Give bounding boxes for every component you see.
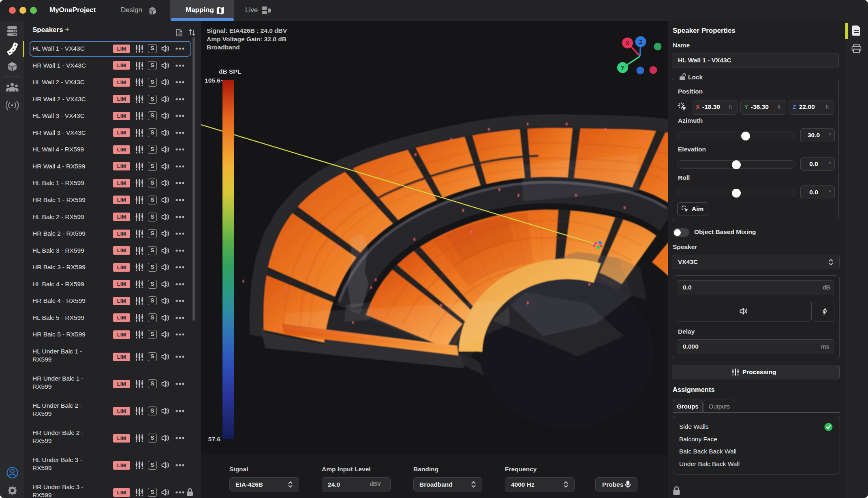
svg-text:57.6: 57.6	[208, 436, 221, 443]
svg-text:X: X	[626, 40, 629, 46]
svg-text:105.6: 105.6	[205, 77, 220, 84]
svg-text:Y: Y	[621, 65, 624, 71]
svg-text:dB SPL: dB SPL	[219, 68, 241, 75]
svg-text:Z: Z	[639, 39, 642, 45]
